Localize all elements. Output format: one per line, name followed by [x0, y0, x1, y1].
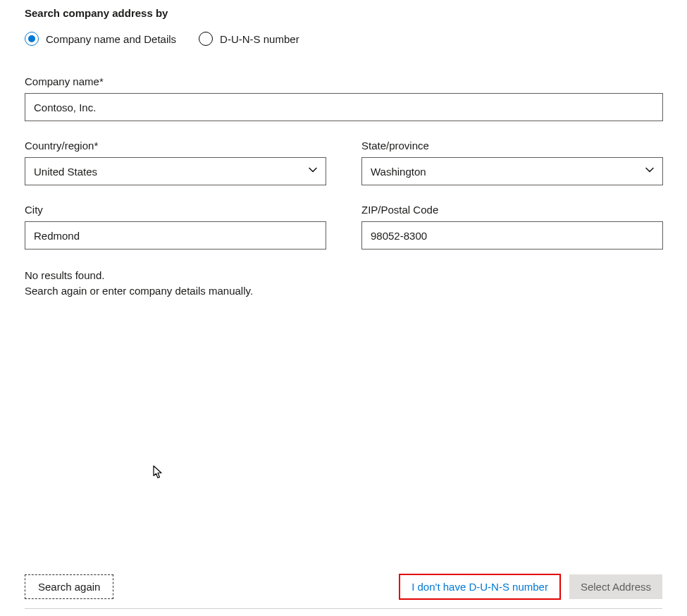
- state-field-wrap: State/province Washington: [361, 140, 663, 185]
- radio-label: Company name and Details: [46, 33, 176, 45]
- city-field-wrap: City: [25, 204, 326, 250]
- search-by-radio-group: Company name and Details D-U-N-S number: [25, 32, 662, 46]
- radio-label: D-U-N-S number: [220, 33, 299, 45]
- zip-label: ZIP/Postal Code: [361, 204, 663, 216]
- country-field-wrap: Country/region* United States: [25, 140, 326, 185]
- select-address-button: Select Address: [569, 574, 662, 599]
- no-duns-highlight: I don't have D-U-N-S number: [399, 574, 561, 600]
- no-duns-link[interactable]: I don't have D-U-N-S number: [404, 577, 555, 597]
- company-name-field-wrap: Company name*: [25, 75, 663, 121]
- results-line2: Search again or enter company details ma…: [25, 283, 662, 299]
- radio-unselected-icon: [199, 32, 213, 46]
- footer-bar: Search again I don't have D-U-N-S number…: [25, 574, 662, 609]
- search-again-button[interactable]: Search again: [25, 574, 113, 599]
- state-select[interactable]: Washington: [361, 157, 663, 185]
- radio-duns-number[interactable]: D-U-N-S number: [199, 32, 299, 46]
- state-label: State/province: [361, 140, 663, 152]
- results-line1: No results found.: [25, 268, 662, 283]
- results-message: No results found. Search again or enter …: [25, 268, 662, 299]
- cursor-icon: [153, 465, 164, 482]
- company-name-label: Company name*: [25, 75, 663, 87]
- country-select[interactable]: United States: [25, 157, 326, 185]
- company-name-input[interactable]: [25, 93, 663, 121]
- zip-input[interactable]: [361, 221, 663, 250]
- radio-selected-icon: [25, 32, 39, 46]
- zip-field-wrap: ZIP/Postal Code: [361, 204, 663, 250]
- radio-company-name-details[interactable]: Company name and Details: [25, 32, 176, 46]
- form-grid: Company name* Country/region* United Sta…: [25, 75, 662, 250]
- city-label: City: [25, 204, 326, 216]
- section-heading: Search company address by: [25, 7, 662, 19]
- country-label: Country/region*: [25, 140, 326, 152]
- city-input[interactable]: [25, 221, 326, 250]
